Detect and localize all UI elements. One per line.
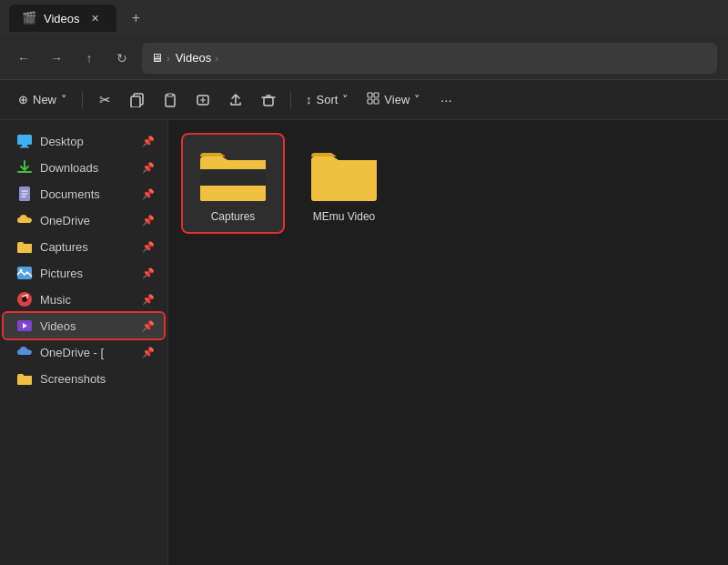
screenshots-folder-icon <box>16 370 33 387</box>
svg-rect-19 <box>200 169 266 186</box>
up-button[interactable]: ↑ <box>76 45 102 71</box>
address-segment-videos: Videos › <box>176 51 218 65</box>
forward-button[interactable]: → <box>44 45 69 71</box>
main-content: Desktop 📌 Downloads 📌 Documents 📌 <box>0 120 728 565</box>
svg-point-17 <box>22 297 27 302</box>
sidebar-item-desktop[interactable]: Desktop 📌 <box>4 128 164 154</box>
sidebar-item-onedrive2[interactable]: OneDrive - [ 📌 <box>4 339 164 365</box>
sidebar-item-videos[interactable]: Videos 📌 <box>4 313 164 338</box>
new-chevron: ˅ <box>61 93 67 106</box>
svg-rect-11 <box>22 145 27 146</box>
sidebar-label-downloads: Downloads <box>40 161 98 175</box>
sidebar-label-videos: Videos <box>40 319 76 333</box>
tab-label: Videos <box>44 12 80 25</box>
cut-button[interactable]: ✂ <box>90 86 119 115</box>
sidebar-label-pictures: Pictures <box>40 267 83 280</box>
refresh-button[interactable]: ↻ <box>109 45 135 71</box>
svg-rect-5 <box>264 97 273 106</box>
rename-button[interactable] <box>188 86 217 115</box>
svg-rect-20 <box>200 186 266 201</box>
nav-bar: ← → ↑ ↻ 🖥 › Videos › <box>0 36 728 80</box>
toolbar-divider-2 <box>290 91 291 109</box>
title-bar: 🎬 Videos ✕ + <box>0 0 728 36</box>
sort-chevron: ˅ <box>342 93 349 106</box>
pin-icon-onedrive2: 📌 <box>142 347 155 358</box>
toolbar: ⊕ New ˅ ✂ ↕ Sort ˅ <box>0 80 728 120</box>
address-bar[interactable]: 🖥 › Videos › <box>142 43 717 74</box>
computer-icon: 🖥 <box>151 51 163 65</box>
sidebar-item-captures[interactable]: Captures 📌 <box>4 234 164 259</box>
folder-svg-memu-video <box>308 144 380 203</box>
svg-rect-1 <box>131 96 140 107</box>
sidebar-label-captures: Captures <box>40 240 88 254</box>
pin-icon-videos: 📌 <box>142 320 155 332</box>
new-label: New <box>33 93 56 106</box>
pin-icon-downloads: 📌 <box>142 162 155 174</box>
pin-icon-onedrive: 📌 <box>142 215 155 227</box>
delete-button[interactable] <box>254 86 283 115</box>
back-button[interactable]: ← <box>11 45 36 71</box>
address-label-videos: Videos <box>176 51 212 65</box>
videos-icon <box>16 318 33 334</box>
tab-close-button[interactable]: ✕ <box>87 10 104 26</box>
captures-folder-icon <box>16 238 33 255</box>
paste-button[interactable] <box>156 86 185 115</box>
pin-icon-pictures: 📌 <box>142 267 155 279</box>
new-tab-button[interactable]: + <box>124 5 149 31</box>
file-label-captures: Captures <box>211 210 256 223</box>
svg-rect-3 <box>167 94 173 96</box>
svg-rect-7 <box>374 93 379 97</box>
pin-icon-desktop: 📌 <box>142 136 155 147</box>
tab-icon: 🎬 <box>22 11 36 25</box>
svg-rect-9 <box>374 99 379 104</box>
new-button[interactable]: ⊕ New ˅ <box>11 86 75 115</box>
sidebar-label-screenshots: Screenshots <box>40 372 106 386</box>
sidebar-item-onedrive[interactable]: OneDrive 📌 <box>4 207 164 233</box>
new-icon: ⊕ <box>18 93 28 106</box>
active-tab[interactable]: 🎬 Videos ✕ <box>9 5 116 32</box>
folder-svg-captures <box>197 144 269 203</box>
sidebar-item-documents[interactable]: Documents 📌 <box>4 181 164 207</box>
address-segment-computer: 🖥 › <box>151 51 170 65</box>
svg-rect-6 <box>368 93 372 97</box>
downloads-icon <box>16 159 33 176</box>
pin-icon-captures: 📌 <box>142 241 155 253</box>
sidebar-item-screenshots[interactable]: Screenshots <box>4 366 164 391</box>
svg-rect-12 <box>20 146 29 148</box>
pin-icon-documents: 📌 <box>142 188 155 200</box>
sort-button[interactable]: ↕ Sort ˅ <box>298 86 356 115</box>
file-item-memu-video[interactable]: MEmu Video <box>294 135 394 232</box>
desktop-icon <box>16 133 33 149</box>
file-grid: Captures MEmu Video <box>183 135 713 232</box>
sidebar-item-pictures[interactable]: Pictures 📌 <box>4 260 164 286</box>
toolbar-divider-1 <box>82 91 83 109</box>
file-area: Captures MEmu Video <box>168 120 728 565</box>
view-label: View <box>384 93 410 106</box>
sidebar-label-onedrive2: OneDrive - [ <box>40 346 104 359</box>
view-icon <box>367 92 379 107</box>
sidebar-label-music: Music <box>40 293 71 307</box>
sort-icon: ↕ <box>306 93 312 106</box>
music-icon <box>16 291 33 308</box>
svg-rect-8 <box>368 99 372 104</box>
copy-button[interactable] <box>123 86 152 115</box>
view-button[interactable]: View ˅ <box>359 86 428 115</box>
pictures-icon <box>16 265 33 281</box>
sidebar-item-downloads[interactable]: Downloads 📌 <box>4 155 164 180</box>
file-item-captures[interactable]: Captures <box>183 135 283 232</box>
onedrive-icon <box>16 212 33 228</box>
documents-icon <box>16 186 33 202</box>
sidebar: Desktop 📌 Downloads 📌 Documents 📌 <box>0 120 168 565</box>
file-label-memu-video: MEmu Video <box>313 210 375 223</box>
svg-rect-10 <box>17 135 32 145</box>
sidebar-label-onedrive: OneDrive <box>40 214 90 227</box>
pin-icon-music: 📌 <box>142 294 155 306</box>
sort-label: Sort <box>317 93 339 106</box>
more-button[interactable]: ··· <box>431 86 460 115</box>
onedrive2-icon <box>16 344 33 360</box>
share-button[interactable] <box>221 86 250 115</box>
view-chevron: ˅ <box>414 93 420 106</box>
sidebar-label-desktop: Desktop <box>40 135 84 148</box>
sidebar-label-documents: Documents <box>40 187 100 201</box>
sidebar-item-music[interactable]: Music 📌 <box>4 287 164 312</box>
